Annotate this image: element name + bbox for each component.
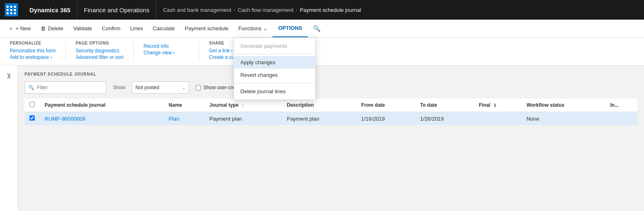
security-diagnostics-link[interactable]: Security diagnostics <box>76 48 124 54</box>
payment-schedule-button[interactable]: Payment schedule <box>180 20 234 37</box>
section-title: PAYMENT SCHEDULE JOURNAL <box>25 72 637 76</box>
left-sidebar: ⊻ <box>0 65 18 211</box>
breadcrumb-item-2[interactable]: Cash flow management <box>238 7 294 13</box>
options-section-page-options: PAGE OPTIONS Security diagnostics Advanc… <box>66 41 134 60</box>
row-to-date-cell: 1/26/2019 <box>415 112 474 126</box>
dropdown-item-revert-changes[interactable]: Revert changes <box>234 69 315 81</box>
main-content: PAYMENT SCHEDULE JOURNAL 🔍 Show Not post… <box>18 65 644 211</box>
row-description-cell: Payment plan <box>282 112 356 126</box>
filter-input[interactable] <box>37 85 103 90</box>
content-area: ⊻ PAYMENT SCHEDULE JOURNAL 🔍 Show Not po… <box>0 65 644 211</box>
th-journal-type: Journal type ↑ <box>205 99 282 112</box>
row-workflow-status-cell: None <box>522 112 606 126</box>
table-row: RUMF-90000008 Plan Payment plan Payment … <box>25 112 637 126</box>
functions-chevron-icon: ⌄ <box>263 25 268 31</box>
breadcrumb-item-3: Payment schedule journal <box>300 7 361 13</box>
th-to-date: To date <box>415 99 474 112</box>
lines-button[interactable]: Lines <box>125 20 148 37</box>
options-section-record: Record info Change view › <box>134 41 199 60</box>
th-workflow-status: Workflow status <box>522 99 606 112</box>
validate-button[interactable]: Validate <box>68 20 97 37</box>
user-created-checkbox[interactable] <box>196 85 201 90</box>
new-button[interactable]: ＋ + New <box>3 20 36 37</box>
th-check <box>25 99 40 112</box>
row-check-cell <box>25 112 40 126</box>
th-final: Final ⊻ <box>474 99 522 112</box>
row-in-cell <box>606 112 638 126</box>
data-table: Payment schedule journal Name Journal ty… <box>25 99 637 126</box>
functions-menu-wrap: Functions ⌄ Generate payments Apply chan… <box>234 20 272 37</box>
th-from-date: From date <box>356 99 415 112</box>
row-from-date-cell: 1/16/2019 <box>356 112 415 126</box>
breadcrumb: Cash and bank management › Cash flow man… <box>156 7 361 13</box>
dropdown-separator-2 <box>234 83 315 83</box>
advanced-filter-link[interactable]: Advanced filter or sort <box>76 54 124 60</box>
dropdown-item-generate-payments[interactable]: Generate payments <box>234 40 315 52</box>
options-tab[interactable]: OPTIONS <box>272 20 308 37</box>
brand-finance-operations: Finance and Operations <box>77 0 156 20</box>
record-info-link[interactable]: Record info <box>144 43 189 49</box>
personalize-section-title: PERSONALIZE <box>10 41 56 45</box>
brand-dynamics365: Dynamics 365 <box>23 0 77 20</box>
add-workspace-chevron: › <box>50 54 52 60</box>
dropdown-item-apply-changes[interactable]: Apply changes <box>234 56 315 69</box>
filter-search-wrap: 🔍 <box>25 81 106 94</box>
row-journal-cell: RUMF-90000008 <box>40 112 164 126</box>
breadcrumb-item-1[interactable]: Cash and bank management <box>163 7 231 13</box>
show-dropdown-wrap[interactable]: Not posted Posted All ⌄ <box>132 81 189 94</box>
th-in: In... <box>606 99 638 112</box>
delete-button[interactable]: 🗑 Delete <box>36 20 68 37</box>
table-header-row: Payment schedule journal Name Journal ty… <box>25 99 637 112</box>
options-panel: PERSONALIZE Personalize this form Add to… <box>0 38 644 65</box>
filters-row: 🔍 Show Not posted Posted All ⌄ Show user… <box>25 81 637 94</box>
show-label: Show <box>113 85 125 90</box>
show-dropdown-chevron: ⌄ <box>182 85 185 90</box>
functions-dropdown: Generate payments Apply changes Revert c… <box>234 38 315 100</box>
dropdown-separator-1 <box>234 54 315 54</box>
delete-icon: 🗑 <box>41 25 46 31</box>
add-workspace-link[interactable]: Add to workspace › <box>10 54 56 60</box>
options-section-personalize: PERSONALIZE Personalize this form Add to… <box>0 41 66 60</box>
journal-link[interactable]: RUMF-90000008 <box>45 116 86 122</box>
select-all-checkbox[interactable] <box>29 102 35 107</box>
filter-search-icon: 🔍 <box>28 85 34 90</box>
get-link-chevron: › <box>231 48 232 54</box>
th-description: Description <box>282 99 356 112</box>
action-bar: ＋ + New 🗑 Delete Validate Confirm Lines … <box>0 20 644 38</box>
change-view-link[interactable]: Change view › <box>144 50 189 56</box>
th-journal: Payment schedule journal <box>40 99 164 112</box>
search-button[interactable]: 🔍 <box>308 20 326 37</box>
name-link[interactable]: Plan <box>169 116 179 122</box>
journal-type-sort-icon: ↑ <box>242 103 244 108</box>
dropdown-item-delete-journal-lines[interactable]: Delete journal lines <box>234 85 315 98</box>
show-dropdown[interactable]: Not posted Posted All <box>135 85 180 90</box>
row-final-cell <box>474 112 522 126</box>
functions-button[interactable]: Functions ⌄ <box>234 20 272 37</box>
calculate-button[interactable]: Calculate <box>148 20 180 37</box>
row-journal-type-cell: Payment plan <box>205 112 282 126</box>
breadcrumb-chevron-1: › <box>234 7 235 12</box>
row-checkbox[interactable] <box>29 115 35 121</box>
search-icon: 🔍 <box>313 25 321 32</box>
personalize-form-link[interactable]: Personalize this form <box>10 48 56 54</box>
change-view-chevron: › <box>173 50 175 56</box>
final-filter-icon[interactable]: ⊻ <box>493 103 496 108</box>
sidebar-filter-icon[interactable]: ⊻ <box>7 72 11 80</box>
new-icon: ＋ <box>8 25 14 32</box>
top-bar: Dynamics 365 Finance and Operations Cash… <box>0 0 644 20</box>
th-name: Name <box>164 99 205 112</box>
app-grid-icon[interactable] <box>5 3 18 16</box>
page-options-title: PAGE OPTIONS <box>76 41 124 45</box>
row-name-cell: Plan <box>164 112 205 126</box>
confirm-button[interactable]: Confirm <box>97 20 126 37</box>
breadcrumb-chevron-2: › <box>296 7 297 12</box>
